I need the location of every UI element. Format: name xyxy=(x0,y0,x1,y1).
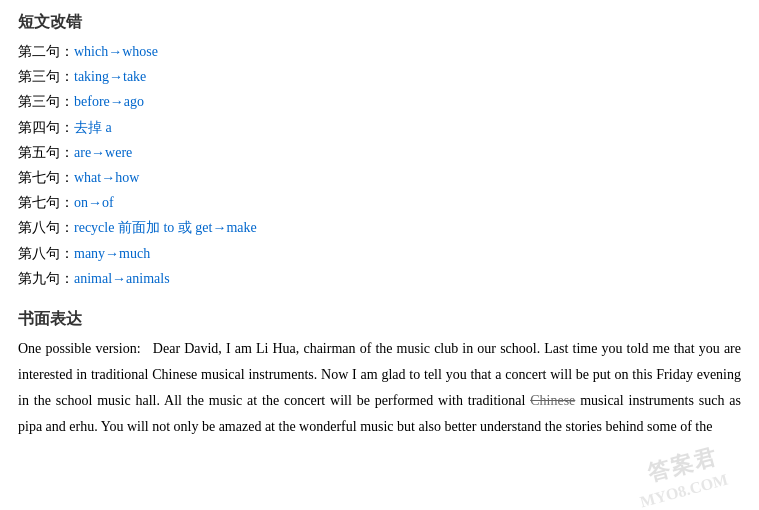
item-label: 第二句： xyxy=(18,44,74,59)
item-change: taking→take xyxy=(74,69,146,84)
item-change: animal→animals xyxy=(74,271,170,286)
item-label: 第四句： xyxy=(18,120,74,135)
list-item: 第九句：animal→animals xyxy=(18,266,741,291)
item-label: 第三句： xyxy=(18,94,74,109)
corrections-section: 短文改错 第二句：which→whose 第三句：taking→take 第三句… xyxy=(18,12,741,291)
list-item: 第二句：which→whose xyxy=(18,39,741,64)
list-item: 第八句：many→much xyxy=(18,241,741,266)
main-content: 短文改错 第二句：which→whose 第三句：taking→take 第三句… xyxy=(0,0,759,451)
item-label: 第八句： xyxy=(18,246,74,261)
item-label: 第七句： xyxy=(18,170,74,185)
item-label: 第八句： xyxy=(18,220,74,235)
writing-title: 书面表达 xyxy=(18,309,741,330)
item-label: 第七句： xyxy=(18,195,74,210)
list-item: 第三句：taking→take xyxy=(18,64,741,89)
list-item: 第八句：recycle 前面加 to 或 get→make xyxy=(18,215,741,240)
item-label: 第五句： xyxy=(18,145,74,160)
writing-body: One possible version: Dear David, I am L… xyxy=(18,336,741,440)
list-item: 第五句：are→were xyxy=(18,140,741,165)
item-change: 去掉 a xyxy=(74,120,112,135)
list-item: 第四句：去掉 a xyxy=(18,115,741,140)
item-change: recycle 前面加 to 或 get→make xyxy=(74,220,257,235)
item-change: before→ago xyxy=(74,94,144,109)
item-change: are→were xyxy=(74,145,132,160)
item-change: which→whose xyxy=(74,44,158,59)
item-label: 第三句： xyxy=(18,69,74,84)
corrections-title: 短文改错 xyxy=(18,12,741,33)
item-change: on→of xyxy=(74,195,114,210)
list-item: 第七句：what→how xyxy=(18,165,741,190)
list-item: 第三句：before→ago xyxy=(18,89,741,114)
item-change: what→how xyxy=(74,170,139,185)
watermark-url: MYO8.COM xyxy=(638,471,730,510)
writing-section: 书面表达 One possible version: Dear David, I… xyxy=(18,309,741,440)
item-label: 第九句： xyxy=(18,271,74,286)
item-change: many→much xyxy=(74,246,150,261)
list-item: 第七句：on→of xyxy=(18,190,741,215)
